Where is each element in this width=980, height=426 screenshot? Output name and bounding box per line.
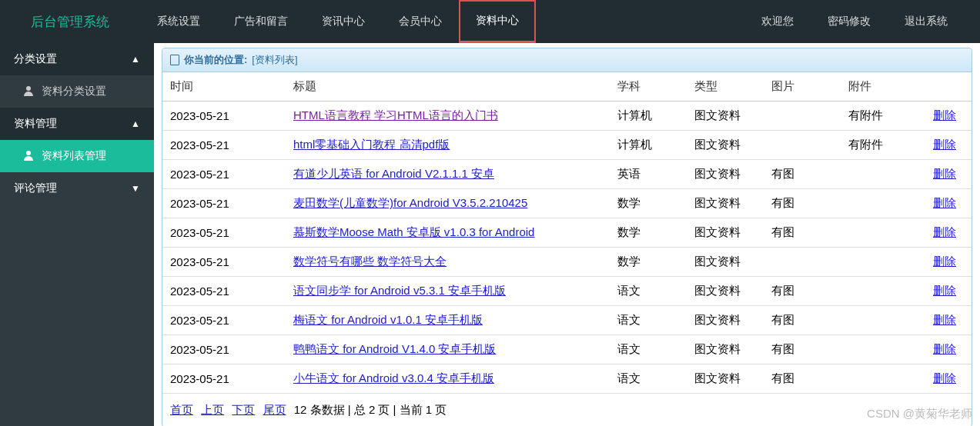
cell-date: 2023-05-21 [162,277,286,306]
page-last[interactable]: 尾页 [263,403,286,416]
cell-attach: 有附件 [841,131,925,160]
title-link[interactable]: 鸭鸭语文 for Android V1.4.0 安卓手机版 [293,342,496,355]
breadcrumb-label: 你当前的位置: [184,53,247,67]
cell-date: 2023-05-21 [162,306,286,335]
delete-link[interactable]: 删除 [933,138,956,151]
cell-attach: 有附件 [841,102,925,131]
cell-action: 删除 [925,306,972,335]
cell-type: 图文资料 [687,248,764,277]
title-link[interactable]: 语文同步学 for Android v5.3.1 安卓手机版 [293,284,506,297]
col-subject: 学科 [610,72,687,102]
cell-attach [841,335,925,364]
sidebar-item-label: 资料分类设置 [42,85,106,98]
delete-link[interactable]: 删除 [933,108,956,121]
cell-attach [841,189,925,218]
col-type: 类型 [687,72,764,102]
cell-attach [841,248,925,277]
data-table: 时间 标题 学科 类型 图片 附件 2023-05-21HTML语言教程 学习H… [162,72,972,394]
cell-attach [841,160,925,189]
sidebar-group-label: 评论管理 [14,181,57,195]
title-link[interactable]: html零基础入门教程 高清pdf版 [293,138,450,151]
delete-link[interactable]: 删除 [933,313,956,326]
delete-link[interactable]: 删除 [933,167,956,180]
cell-action: 删除 [925,160,972,189]
page-first[interactable]: 首页 [170,403,193,416]
chevron-up-icon: ▲ [131,54,140,65]
nav-right: 欢迎您 密码修改 退出系统 [744,0,980,43]
cell-date: 2023-05-21 [162,131,286,160]
title-link[interactable]: 有道少儿英语 for Android V2.1.1.1 安卓 [293,167,494,180]
cell-pic [764,248,841,277]
delete-link[interactable]: 删除 [933,196,956,209]
col-attach: 附件 [841,72,925,102]
watermark: CSDN @黄菊华老师 [867,407,972,421]
sidebar: 分类设置 ▲ 资料分类设置 资料管理 ▲ 资料列表管理 评论管理 ▼ [0,43,154,426]
cell-action: 删除 [925,335,972,364]
cell-subject: 数学 [610,189,687,218]
cell-title: html零基础入门教程 高清pdf版 [286,131,610,160]
cell-date: 2023-05-21 [162,102,286,131]
table-row: 2023-05-21梅语文 for Android v1.0.1 安卓手机版语文… [162,306,972,335]
title-link[interactable]: 数学符号有哪些 数学符号大全 [293,255,447,268]
delete-link[interactable]: 删除 [933,371,956,384]
sidebar-item-category-setup[interactable]: 资料分类设置 [0,75,154,108]
cell-type: 图文资料 [687,218,764,248]
title-link[interactable]: 梅语文 for Android v1.0.1 安卓手机版 [293,313,483,326]
cell-type: 图文资料 [687,277,764,306]
delete-link[interactable]: 删除 [933,342,956,355]
sidebar-item-resource-list[interactable]: 资料列表管理 [0,140,154,172]
title-link[interactable]: 慕斯数学Moose Math 安卓版 v1.0.3 for Android [293,225,534,238]
main-content: 你当前的位置: [资料列表] 时间 标题 学科 类型 图片 附件 2023-05… [154,43,980,426]
page-next[interactable]: 下页 [232,403,255,416]
delete-link[interactable]: 删除 [933,225,956,238]
cell-subject: 语文 [610,277,687,306]
cell-action: 删除 [925,102,972,131]
cell-pic: 有图 [764,218,841,248]
title-link[interactable]: 小牛语文 for Android v3.0.4 安卓手机版 [293,371,494,384]
cell-type: 图文资料 [687,189,764,218]
delete-link[interactable]: 删除 [933,255,956,268]
cell-pic: 有图 [764,335,841,364]
sidebar-group-category[interactable]: 分类设置 ▲ [0,43,154,75]
cell-pic: 有图 [764,306,841,335]
cell-title: 数学符号有哪些 数学符号大全 [286,248,610,277]
content-panel: 你当前的位置: [资料列表] 时间 标题 学科 类型 图片 附件 2023-05… [162,48,972,426]
sidebar-group-resource[interactable]: 资料管理 ▲ [0,108,154,140]
cell-subject: 语文 [610,335,687,364]
cell-type: 图文资料 [687,102,764,131]
nav-system-settings[interactable]: 系统设置 [140,0,217,43]
page-prev[interactable]: 上页 [201,403,224,416]
cell-title: 语文同步学 for Android v5.3.1 安卓手机版 [286,277,610,306]
sidebar-group-label: 分类设置 [14,52,57,66]
cell-attach [841,364,925,394]
cell-date: 2023-05-21 [162,189,286,218]
cell-attach [841,277,925,306]
cell-type: 图文资料 [687,306,764,335]
cell-action: 删除 [925,248,972,277]
cell-date: 2023-05-21 [162,364,286,394]
person-icon [23,151,34,161]
title-link[interactable]: HTML语言教程 学习HTML语言的入门书 [293,108,498,121]
cell-pic: 有图 [764,160,841,189]
col-date: 时间 [162,72,286,102]
top-nav: 后台管理系统 系统设置 广告和留言 资讯中心 会员中心 资料中心 欢迎您 密码修… [0,0,980,43]
nav-logout[interactable]: 退出系统 [888,0,965,43]
cell-title: 慕斯数学Moose Math 安卓版 v1.0.3 for Android [286,218,610,248]
person-icon [23,86,34,97]
table-row: 2023-05-21数学符号有哪些 数学符号大全数学图文资料删除 [162,248,972,277]
cell-subject: 数学 [610,248,687,277]
col-title: 标题 [286,72,610,102]
sidebar-group-comments[interactable]: 评论管理 ▼ [0,172,154,205]
cell-action: 删除 [925,218,972,248]
col-pic: 图片 [764,72,841,102]
nav-news-center[interactable]: 资讯中心 [305,0,382,43]
title-link[interactable]: 麦田数学(儿童数学)for Android V3.5.2.210425 [293,196,527,209]
nav-resource-center[interactable]: 资料中心 [459,0,536,43]
nav-change-password[interactable]: 密码修改 [811,0,888,43]
delete-link[interactable]: 删除 [933,284,956,297]
page-summary: 12 条数据 | 总 2 页 | 当前 1 页 [294,403,447,416]
nav-member-center[interactable]: 会员中心 [382,0,459,43]
table-row: 2023-05-21小牛语文 for Android v3.0.4 安卓手机版语… [162,364,972,394]
nav-ads-messages[interactable]: 广告和留言 [217,0,305,43]
cell-action: 删除 [925,277,972,306]
